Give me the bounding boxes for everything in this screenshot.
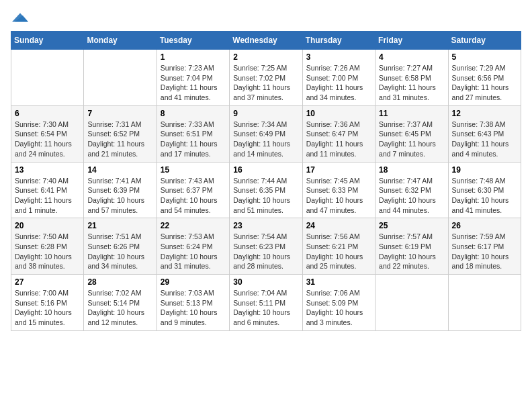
day-number: 6: [15, 109, 80, 118]
day-detail: Sunrise: 7:57 AMSunset: 6:19 PMDaylight:…: [379, 232, 444, 271]
page-header: [11, 11, 521, 24]
day-detail: Sunrise: 7:31 AMSunset: 6:52 PMDaylight:…: [87, 120, 152, 159]
day-number: 10: [306, 109, 371, 118]
day-detail: Sunrise: 7:45 AMSunset: 6:33 PMDaylight:…: [306, 176, 371, 216]
calendar-cell: 30Sunrise: 7:04 AMSunset: 5:11 PMDayligh…: [230, 275, 302, 331]
day-number: 12: [452, 109, 517, 118]
calendar-cell: 4Sunrise: 7:27 AMSunset: 6:58 PMDaylight…: [375, 50, 448, 106]
day-number: 14: [87, 165, 152, 175]
day-detail: Sunrise: 7:43 AMSunset: 6:37 PMDaylight:…: [161, 176, 226, 216]
calendar-cell: 7Sunrise: 7:31 AMSunset: 6:52 PMDaylight…: [84, 105, 157, 162]
day-number: 22: [161, 221, 226, 230]
calendar-cell: 10Sunrise: 7:36 AMSunset: 6:47 PMDayligh…: [302, 105, 375, 162]
calendar-cell: 24Sunrise: 7:56 AMSunset: 6:21 PMDayligh…: [302, 218, 375, 275]
calendar-cell: 15Sunrise: 7:43 AMSunset: 6:37 PMDayligh…: [157, 162, 229, 218]
header-tuesday: Tuesday: [157, 32, 229, 50]
day-detail: Sunrise: 7:25 AMSunset: 7:02 PMDaylight:…: [233, 63, 298, 103]
calendar-cell: [375, 275, 448, 331]
calendar-cell: 25Sunrise: 7:57 AMSunset: 6:19 PMDayligh…: [375, 218, 448, 275]
day-number: 27: [15, 277, 80, 287]
calendar-cell: 19Sunrise: 7:48 AMSunset: 6:30 PMDayligh…: [448, 162, 521, 218]
day-detail: Sunrise: 7:27 AMSunset: 6:58 PMDaylight:…: [379, 63, 444, 103]
day-number: 17: [306, 165, 371, 175]
day-detail: Sunrise: 7:00 AMSunset: 5:16 PMDaylight:…: [15, 288, 80, 328]
day-number: 25: [379, 221, 444, 230]
header-thursday: Thursday: [302, 32, 375, 50]
day-detail: Sunrise: 7:40 AMSunset: 6:41 PMDaylight:…: [15, 176, 80, 216]
header-wednesday: Wednesday: [230, 32, 302, 50]
calendar-cell: 20Sunrise: 7:50 AMSunset: 6:28 PMDayligh…: [11, 218, 84, 275]
header-sunday: Sunday: [11, 32, 84, 50]
calendar-cell: 17Sunrise: 7:45 AMSunset: 6:33 PMDayligh…: [302, 162, 375, 218]
calendar-cell: 12Sunrise: 7:38 AMSunset: 6:43 PMDayligh…: [448, 105, 521, 162]
day-number: 11: [379, 109, 444, 118]
day-number: 18: [379, 165, 444, 175]
calendar-cell: 5Sunrise: 7:29 AMSunset: 6:56 PMDaylight…: [448, 50, 521, 106]
logo-icon: [12, 11, 28, 24]
day-detail: Sunrise: 7:48 AMSunset: 6:30 PMDaylight:…: [452, 176, 517, 216]
day-detail: Sunrise: 7:34 AMSunset: 6:49 PMDaylight:…: [233, 120, 298, 159]
day-detail: Sunrise: 7:41 AMSunset: 6:39 PMDaylight:…: [87, 176, 152, 216]
calendar-cell: 23Sunrise: 7:54 AMSunset: 6:23 PMDayligh…: [230, 218, 302, 275]
day-number: 23: [233, 221, 298, 230]
header-row: SundayMondayTuesdayWednesdayThursdayFrid…: [11, 32, 521, 50]
day-detail: Sunrise: 7:29 AMSunset: 6:56 PMDaylight:…: [452, 63, 517, 103]
day-number: 26: [452, 221, 517, 230]
calendar-cell: 18Sunrise: 7:47 AMSunset: 6:32 PMDayligh…: [375, 162, 448, 218]
day-number: 4: [379, 52, 444, 62]
calendar-cell: 26Sunrise: 7:59 AMSunset: 6:17 PMDayligh…: [448, 218, 521, 275]
day-number: 21: [87, 221, 152, 230]
day-number: 2: [233, 52, 298, 62]
calendar-cell: 14Sunrise: 7:41 AMSunset: 6:39 PMDayligh…: [84, 162, 157, 218]
day-detail: Sunrise: 7:37 AMSunset: 6:45 PMDaylight:…: [379, 120, 444, 159]
day-number: 30: [233, 277, 298, 287]
calendar-cell: 9Sunrise: 7:34 AMSunset: 6:49 PMDaylight…: [230, 105, 302, 162]
day-number: 20: [15, 221, 80, 230]
calendar-table: SundayMondayTuesdayWednesdayThursdayFrid…: [11, 31, 521, 331]
day-detail: Sunrise: 7:44 AMSunset: 6:35 PMDaylight:…: [233, 176, 298, 216]
calendar-cell: 16Sunrise: 7:44 AMSunset: 6:35 PMDayligh…: [230, 162, 302, 218]
calendar-cell: [11, 50, 84, 106]
day-detail: Sunrise: 7:50 AMSunset: 6:28 PMDaylight:…: [15, 232, 80, 271]
day-number: 16: [233, 165, 298, 175]
logo: [11, 11, 31, 24]
day-detail: Sunrise: 7:38 AMSunset: 6:43 PMDaylight:…: [452, 120, 517, 159]
day-detail: Sunrise: 7:02 AMSunset: 5:14 PMDaylight:…: [87, 288, 152, 328]
calendar-cell: 31Sunrise: 7:06 AMSunset: 5:09 PMDayligh…: [302, 275, 375, 331]
calendar-cell: 13Sunrise: 7:40 AMSunset: 6:41 PMDayligh…: [11, 162, 84, 218]
day-number: 7: [87, 109, 152, 118]
calendar-cell: 22Sunrise: 7:53 AMSunset: 6:24 PMDayligh…: [157, 218, 229, 275]
day-number: 9: [233, 109, 298, 118]
calendar-cell: 1Sunrise: 7:23 AMSunset: 7:04 PMDaylight…: [157, 50, 229, 106]
day-number: 3: [306, 52, 371, 62]
calendar-cell: 3Sunrise: 7:26 AMSunset: 7:00 PMDaylight…: [302, 50, 375, 106]
day-number: 31: [306, 277, 371, 287]
header-monday: Monday: [84, 32, 157, 50]
day-number: 15: [161, 165, 226, 175]
day-number: 1: [161, 52, 226, 62]
calendar-cell: 29Sunrise: 7:03 AMSunset: 5:13 PMDayligh…: [157, 275, 229, 331]
day-number: 13: [15, 165, 80, 175]
day-number: 24: [306, 221, 371, 230]
day-number: 5: [452, 52, 517, 62]
day-number: 19: [452, 165, 517, 175]
week-row-3: 20Sunrise: 7:50 AMSunset: 6:28 PMDayligh…: [11, 218, 521, 275]
calendar-cell: [448, 275, 521, 331]
day-detail: Sunrise: 7:53 AMSunset: 6:24 PMDaylight:…: [161, 232, 226, 271]
week-row-4: 27Sunrise: 7:00 AMSunset: 5:16 PMDayligh…: [11, 275, 521, 331]
header-friday: Friday: [375, 32, 448, 50]
day-detail: Sunrise: 7:54 AMSunset: 6:23 PMDaylight:…: [233, 232, 298, 271]
day-number: 8: [161, 109, 226, 118]
day-detail: Sunrise: 7:03 AMSunset: 5:13 PMDaylight:…: [161, 288, 226, 328]
calendar-cell: 11Sunrise: 7:37 AMSunset: 6:45 PMDayligh…: [375, 105, 448, 162]
day-number: 29: [161, 277, 226, 287]
day-detail: Sunrise: 7:33 AMSunset: 6:51 PMDaylight:…: [161, 120, 226, 159]
calendar-cell: 2Sunrise: 7:25 AMSunset: 7:02 PMDaylight…: [230, 50, 302, 106]
week-row-0: 1Sunrise: 7:23 AMSunset: 7:04 PMDaylight…: [11, 50, 521, 106]
week-row-2: 13Sunrise: 7:40 AMSunset: 6:41 PMDayligh…: [11, 162, 521, 218]
day-detail: Sunrise: 7:06 AMSunset: 5:09 PMDaylight:…: [306, 288, 371, 328]
day-detail: Sunrise: 7:47 AMSunset: 6:32 PMDaylight:…: [379, 176, 444, 216]
day-detail: Sunrise: 7:04 AMSunset: 5:11 PMDaylight:…: [233, 288, 298, 328]
header-saturday: Saturday: [448, 32, 521, 50]
day-detail: Sunrise: 7:23 AMSunset: 7:04 PMDaylight:…: [161, 63, 226, 103]
